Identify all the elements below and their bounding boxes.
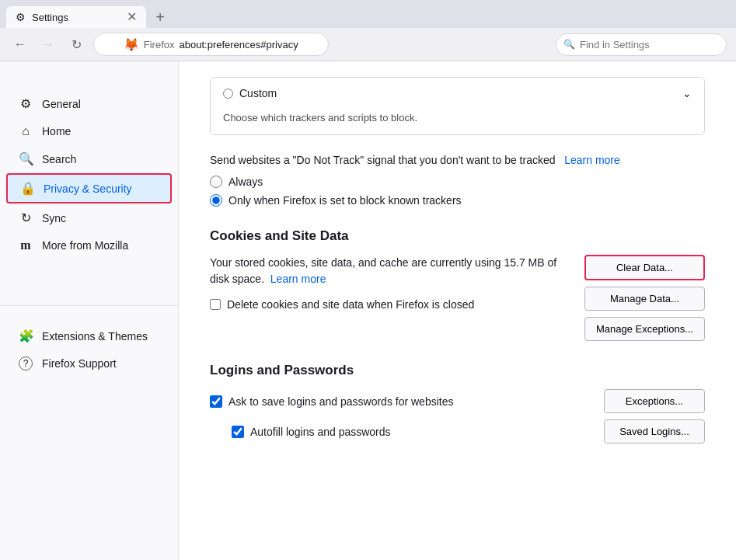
custom-radio-label: Custom [223, 87, 277, 99]
dnt-learn-more[interactable]: Learn more [564, 154, 620, 166]
sidebar-bottom: 🧩 Extensions & Themes ? Firefox Support [0, 305, 178, 377]
sidebar-item-extensions[interactable]: 🧩 Extensions & Themes [6, 322, 172, 350]
sync-icon: ↻ [19, 210, 33, 225]
ask-save-row: Ask to save logins and passwords for web… [210, 389, 705, 413]
general-label: General [42, 98, 81, 110]
tab-title: Settings [32, 12, 120, 23]
dnt-always-label: Always [228, 176, 263, 188]
browser-chrome: ⚙ Settings ✕ + ← → ↻ 🦊 Firefox about:pre… [0, 0, 736, 61]
sidebar-item-support[interactable]: ? Firefox Support [6, 350, 172, 377]
address-bar[interactable]: 🦊 Firefox about:preferences#privacy [93, 33, 329, 56]
dnt-always-option: Always [210, 176, 705, 188]
dnt-description: Send websites a "Do Not Track" signal th… [210, 154, 556, 166]
sidebar-item-general[interactable]: ⚙ General [6, 90, 172, 117]
ask-save-checkbox[interactable] [210, 395, 222, 408]
privacy-label: Privacy & Security [44, 183, 132, 195]
custom-chevron: ⌄ [682, 87, 692, 99]
sidebar-item-search[interactable]: 🔍 Search [6, 145, 172, 172]
delete-cookies-label: Delete cookies and site data when Firefo… [227, 298, 474, 311]
new-tab-button[interactable]: + [149, 6, 171, 28]
mozilla-icon: m [19, 238, 33, 252]
address-text: about:preferences#privacy [180, 39, 298, 50]
custom-radio[interactable] [223, 89, 233, 99]
settings-layout: ⚙ General ⌂ Home 🔍 Search 🔒 Privacy & Se… [0, 61, 736, 560]
find-search-icon: 🔍 [563, 39, 575, 50]
firefox-logo: 🦊 [124, 37, 139, 52]
back-button[interactable]: ← [9, 33, 31, 55]
cookies-buttons: Clear Data... Manage Data... Manage Exce… [584, 255, 705, 341]
cookies-description: Your stored cookies, site data, and cach… [210, 255, 569, 287]
search-icon: 🔍 [19, 151, 33, 166]
manage-data-button[interactable]: Manage Data... [584, 287, 705, 311]
sidebar-item-privacy[interactable]: 🔒 Privacy & Security [6, 173, 172, 203]
tab-bar: ⚙ Settings ✕ + [0, 0, 736, 28]
dnt-text-row: Send websites a "Do Not Track" signal th… [210, 154, 705, 166]
home-icon: ⌂ [19, 124, 33, 138]
dnt-section: Send websites a "Do Not Track" signal th… [210, 154, 705, 207]
home-label: Home [42, 125, 71, 137]
autofill-checkbox[interactable] [232, 426, 244, 438]
sidebar-item-home[interactable]: ⌂ Home [6, 118, 172, 144]
dnt-blocking-radio[interactable] [210, 194, 222, 207]
forward-button[interactable]: → [37, 33, 59, 55]
dnt-blocking-option: Only when Firefox is set to block known … [210, 194, 705, 207]
ask-save-checkbox-row: Ask to save logins and passwords for web… [210, 395, 453, 408]
find-settings-container: 🔍 [556, 33, 727, 56]
clear-data-button[interactable]: Clear Data... [584, 255, 705, 280]
search-label: Search [42, 153, 76, 165]
support-icon: ? [19, 357, 33, 370]
delete-cookies-checkbox[interactable] [210, 299, 221, 310]
extensions-label: Extensions & Themes [42, 330, 148, 343]
general-icon: ⚙ [19, 96, 33, 111]
custom-label: Custom [239, 87, 277, 99]
cookies-title: Cookies and Site Data [210, 228, 705, 244]
logins-section: Logins and Passwords Ask to save logins … [210, 363, 705, 443]
custom-description: Choose which trackers and scripts to blo… [223, 112, 417, 123]
refresh-button[interactable]: ↻ [65, 33, 87, 55]
privacy-icon: 🔒 [20, 181, 34, 196]
find-settings-input[interactable] [556, 33, 727, 56]
manage-exceptions-button[interactable]: Manage Exceptions... [584, 317, 705, 341]
mozilla-label: More from Mozilla [42, 239, 128, 252]
ask-save-label: Ask to save logins and passwords for web… [228, 395, 453, 408]
dnt-blocking-label: Only when Firefox is set to block known … [228, 194, 462, 207]
cookies-section: Cookies and Site Data Your stored cookie… [210, 228, 705, 341]
exceptions-button[interactable]: Exceptions... [604, 389, 705, 413]
extensions-icon: 🧩 [19, 329, 33, 343]
delete-cookies-row: Delete cookies and site data when Firefo… [210, 298, 569, 311]
settings-tab-icon: ⚙ [16, 11, 26, 23]
custom-body: Choose which trackers and scripts to blo… [211, 109, 704, 134]
sidebar-item-mozilla[interactable]: m More from Mozilla [6, 232, 172, 259]
main-content: Custom ⌄ Choose which trackers and scrip… [179, 61, 736, 560]
support-label: Firefox Support [42, 357, 117, 370]
settings-tab[interactable]: ⚙ Settings ✕ [6, 6, 146, 28]
browser-name: Firefox [144, 39, 175, 50]
cookies-learn-more[interactable]: Learn more [270, 273, 326, 285]
logins-title: Logins and Passwords [210, 363, 705, 378]
cookies-content-row: Your stored cookies, site data, and cach… [210, 255, 705, 341]
sync-label: Sync [42, 212, 66, 224]
tab-close-button[interactable]: ✕ [127, 11, 137, 23]
autofill-row: Autofill logins and passwords Saved Logi… [210, 419, 705, 443]
saved-logins-button[interactable]: Saved Logins... [604, 419, 705, 443]
autofill-checkbox-row: Autofill logins and passwords [232, 426, 391, 438]
custom-section: Custom ⌄ Choose which trackers and scrip… [210, 77, 705, 135]
custom-header[interactable]: Custom ⌄ [211, 78, 704, 109]
nav-bar: ← → ↻ 🦊 Firefox about:preferences#privac… [0, 28, 736, 61]
cookies-text: Your stored cookies, site data, and cach… [210, 255, 569, 311]
autofill-label: Autofill logins and passwords [250, 426, 391, 438]
sidebar: ⚙ General ⌂ Home 🔍 Search 🔒 Privacy & Se… [0, 61, 179, 560]
sidebar-item-sync[interactable]: ↻ Sync [6, 204, 172, 231]
dnt-always-radio[interactable] [210, 176, 222, 188]
